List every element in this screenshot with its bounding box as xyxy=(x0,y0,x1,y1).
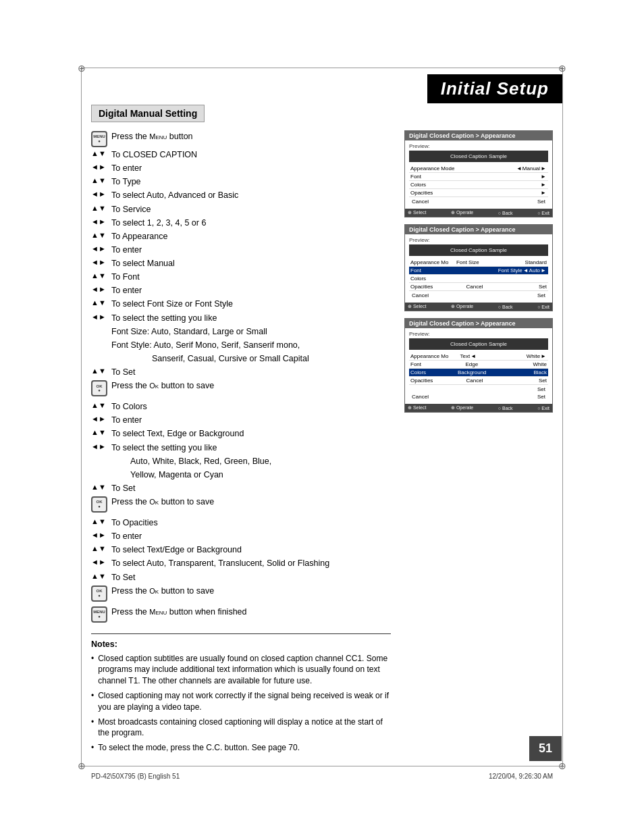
screen1-cancel: Cancel xyxy=(412,199,429,205)
remote-icon-ok-1: OK● xyxy=(91,380,111,396)
instr-enter-colors: ◄► To enter xyxy=(91,414,391,426)
note-item-3: • Most broadcasts containing closed capt… xyxy=(91,716,391,739)
note-bullet-4: • xyxy=(91,742,94,754)
instr-text-ok-2: Press the Ok button to save xyxy=(111,496,391,508)
preview-label-2: Preview: xyxy=(409,237,548,243)
instr-service: ▲▼ To Service xyxy=(91,203,391,215)
instr-text-set-3: To Set xyxy=(111,571,391,583)
screen2-row1-value2: Standard xyxy=(525,259,547,265)
instr-text-select-color-setting: To select the setting you like xyxy=(111,442,391,454)
instr-ok-3: OK● Press the Ok button to save xyxy=(91,585,391,602)
instr-font-size-style: ▲▼ To select Font Size or Font Style xyxy=(91,298,391,310)
crosshair-tl: ⊕ xyxy=(76,63,87,74)
instr-text-font-style-cont: Sanserif, Casual, Cursive or Small Capit… xyxy=(111,353,391,365)
screen1-row-1: Appearance Mode ◄ Manual ► xyxy=(409,165,548,173)
spacer-3 xyxy=(91,353,111,353)
screen2-footer-select: ⊕ Select xyxy=(408,304,426,309)
screen2-cancel: Cancel xyxy=(412,292,429,298)
instr-colors-list-1: Auto, White, Black, Red, Green, Blue, xyxy=(91,455,391,467)
screen1-set: Set xyxy=(537,199,545,205)
ud-arrow-icon-8: ▲▼ xyxy=(91,400,111,409)
screen1-footer-exit: ○ Exit xyxy=(537,210,549,215)
instr-enter-3: ◄► To enter xyxy=(91,284,391,296)
instr-type: ▲▼ To Type xyxy=(91,176,391,188)
screen-title-3: Digital Closed Caption > Appearance xyxy=(405,319,552,328)
screen2-row-2: Font Font Style ◄ Auto ► xyxy=(409,267,548,275)
screen-panel-3: Digital Closed Caption > Appearance Prev… xyxy=(404,318,553,413)
screen2-footer-back: ○ Back xyxy=(498,304,513,309)
instr-text-text-edge-bg: To select Text, Edge or Background xyxy=(111,427,391,440)
instr-text-enter-1: To enter xyxy=(111,162,391,174)
screen3-row3-value: Background xyxy=(458,369,487,375)
lr-arrow-icon-4: ◄► xyxy=(91,244,111,253)
ud-arrow-icon-2: ▲▼ xyxy=(91,176,111,184)
screen1-row3-rarrow: ► xyxy=(541,182,546,188)
screen-title-2: Digital Closed Caption > Appearance xyxy=(405,225,552,234)
instr-text-press-menu-end: Press the Menu button when finished xyxy=(111,606,391,618)
instr-text-select-service: To select 1, 2, 3, 4, 5 or 6 xyxy=(111,217,391,229)
spacer-2 xyxy=(91,339,111,340)
instr-set-3: ▲▼ To Set xyxy=(91,571,391,583)
screen2-footer-exit: ○ Exit xyxy=(537,304,549,309)
screen3-row1-rarrow: ► xyxy=(541,353,546,359)
screen-panels-col: Digital Closed Caption > Appearance Prev… xyxy=(404,130,553,757)
screen3-row4-label: Opacities xyxy=(410,377,466,384)
screen1-row2-label: Font xyxy=(410,174,540,180)
page-title: Initial Setup xyxy=(427,74,562,103)
instr-text-appearance: To Appearance xyxy=(111,230,391,242)
instr-press-menu-end: MENU● Press the Menu button when finishe… xyxy=(91,606,391,623)
instr-text-ok-1: Press the Ok button to save xyxy=(111,380,391,392)
instr-font-style-desc: Font Style: Auto, Serif Mono, Serif, San… xyxy=(91,339,391,351)
ud-arrow-icon-10: ▲▼ xyxy=(91,482,111,491)
instr-text-font: To Font xyxy=(111,271,391,283)
note-text-4: To select the mode, press the C.C. butto… xyxy=(98,742,300,754)
screen1-row4-label: Opacities xyxy=(410,190,540,196)
crosshair-tr: ⊕ xyxy=(557,63,568,74)
screen2-row2-rarrow: ► xyxy=(541,267,546,273)
instr-text-opacities: To Opacities xyxy=(111,517,391,529)
spacer-5 xyxy=(91,469,111,469)
instr-opacity-select: ▲▼ To select Text/Edge or Background xyxy=(91,544,391,556)
instr-text-colors: To Colors xyxy=(111,400,391,413)
screen3-footer-select: ⊕ Select xyxy=(408,405,426,411)
instr-text-font-size-desc: Font Size: Auto, Standard, Large or Smal… xyxy=(111,325,391,338)
preview-screen-3: Closed Caption Sample xyxy=(409,338,548,350)
spacer-1 xyxy=(91,325,111,326)
instr-closed-caption: ▲▼ To CLOSED CAPTION xyxy=(91,149,391,161)
screen3-set2: Set xyxy=(537,394,545,400)
screen3-row4-set: Set xyxy=(539,377,547,384)
screen1-row-4: Opacities ► xyxy=(409,189,548,197)
instr-text-opacity-values: To select Auto, Transparent, Translucent… xyxy=(111,557,391,569)
instr-text-enter-colors: To enter xyxy=(111,414,391,426)
border-right xyxy=(562,68,563,766)
ud-arrow-icon-3: ▲▼ xyxy=(91,203,111,212)
screen2-row2-label: Font xyxy=(410,267,498,273)
screen2-row2-larrow: ◄ xyxy=(523,267,529,273)
screen3-row4-cancel: Cancel xyxy=(466,377,483,384)
note-text-2: Closed captioning may not work correctly… xyxy=(98,690,391,713)
screen3-row1-larrow: ◄ xyxy=(471,353,476,359)
screen-panel-1: Digital Closed Caption > Appearance Prev… xyxy=(404,130,553,217)
instr-ok-1: OK● Press the Ok button to save xyxy=(91,380,391,396)
instr-ok-2: OK● Press the Ok button to save xyxy=(91,496,391,513)
lr-arrow-icon-7: ◄► xyxy=(91,312,111,321)
screen1-row1-larrow: ◄ xyxy=(516,165,522,172)
screen3-row-1: Appearance Mo Text ◄ White ► xyxy=(409,353,548,361)
remote-icon-menu: MENU● xyxy=(91,130,111,147)
footer: PD-42\50X795 (B) English 51 12/20/04, 9:… xyxy=(91,773,553,780)
instr-text-enter-3: To enter xyxy=(111,284,391,296)
screen3-set: Set xyxy=(537,386,545,392)
instr-text-colors-list-2: Yellow, Magenta or Cyan xyxy=(111,469,391,481)
screen2-row1-value: Font Size xyxy=(456,259,479,265)
screen1-row-3: Colors ► xyxy=(409,181,548,189)
instr-text-font-style-desc: Font Style: Auto, Serif Mono, Serif, San… xyxy=(111,339,391,351)
screen2-row-4: Opacities Cancel Set xyxy=(409,283,548,291)
screen3-row2-label: Font xyxy=(410,361,465,367)
screen2-row4-cancel: Cancel xyxy=(466,284,483,290)
screen2-row1-label: Appearance Mo xyxy=(410,259,456,265)
screen2-row3-label: Colors xyxy=(410,276,547,282)
screen-body-2: Preview: Closed Caption Sample Appearanc… xyxy=(405,234,552,303)
footer-right: 12/20/04, 9:26:30 AM xyxy=(489,773,553,780)
note-text-3: Most broadcasts containing closed captio… xyxy=(98,716,391,739)
instr-enter-opacities: ◄► To enter xyxy=(91,530,391,542)
